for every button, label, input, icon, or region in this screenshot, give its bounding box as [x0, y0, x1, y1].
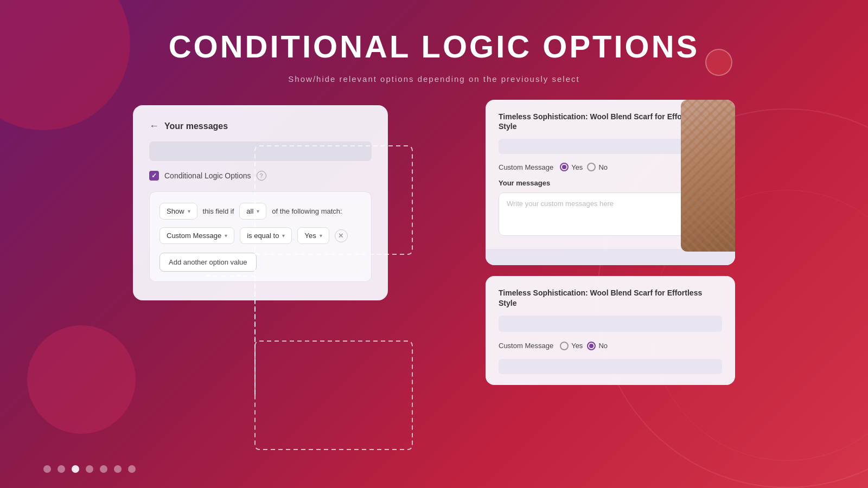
following-text: of the following match:	[272, 207, 342, 215]
top-yes-radio[interactable]: Yes	[560, 163, 583, 171]
content-area: ← Your messages Conditional Logic Option…	[0, 84, 868, 385]
value-arrow-icon: ▾	[320, 233, 322, 239]
bottom-no-radio-circle	[587, 342, 596, 350]
condition-box: Show ▾ this field if all ▾ of the follow…	[149, 191, 372, 282]
back-arrow-icon[interactable]: ←	[149, 120, 159, 132]
checkbox-row: Conditional Logic Options ?	[149, 171, 372, 181]
bottom-option-row: Custom Message Yes No	[499, 342, 722, 350]
page-title: CONDITIONAL LOGIC OPTIONS	[0, 28, 868, 65]
conditional-logic-checkbox[interactable]	[149, 171, 159, 181]
bottom-yes-radio-circle	[560, 342, 569, 350]
top-radio-group: Yes No	[560, 163, 608, 171]
page-header: CONDITIONAL LOGIC OPTIONS Show/hide rele…	[0, 0, 868, 84]
bottom-product-title: Timeless Sophistication: Wool Blend Scar…	[499, 288, 722, 307]
panel-title: Your messages	[164, 121, 228, 131]
all-arrow-icon: ▾	[257, 208, 259, 214]
bottom-yes-radio[interactable]: Yes	[560, 342, 583, 350]
bottom-card-bar-2	[499, 359, 722, 374]
top-product-card: Timeless Sophistication: Wool Blend Scar…	[486, 100, 735, 265]
remove-condition-button[interactable]: ✕	[335, 229, 348, 242]
scarf-texture	[681, 100, 735, 252]
bottom-card-bar	[499, 316, 722, 332]
dots-navigation	[43, 465, 136, 473]
value-dropdown[interactable]: Yes ▾	[297, 227, 329, 244]
condition-row-1: Show ▾ this field if all ▾ of the follow…	[159, 203, 361, 220]
search-bar[interactable]	[149, 142, 372, 161]
condition-row-2: Custom Message ▾ is equal to ▾ Yes ▾ ✕	[159, 227, 361, 244]
top-no-radio-circle	[587, 163, 596, 171]
top-yes-radio-circle	[560, 163, 569, 171]
page-subtitle: Show/hide relevant options depending on …	[0, 74, 868, 84]
operator-dropdown[interactable]: is equal to ▾	[240, 227, 292, 244]
dot-7[interactable]	[128, 465, 136, 473]
bottom-product-card: Timeless Sophistication: Wool Blend Scar…	[486, 276, 735, 384]
bottom-custom-message-label: Custom Message	[499, 342, 553, 350]
dot-2[interactable]	[58, 465, 65, 473]
show-arrow-icon: ▾	[188, 208, 190, 214]
show-label: Show	[167, 207, 184, 215]
bottom-no-label: No	[598, 342, 608, 350]
operator-arrow-icon: ▾	[282, 233, 285, 239]
top-right-decoration	[705, 49, 732, 76]
dot-4[interactable]	[86, 465, 93, 473]
all-label: all	[246, 207, 253, 215]
add-option-button[interactable]: Add another option value	[159, 253, 257, 272]
dot-3[interactable]	[72, 465, 79, 473]
help-icon[interactable]: ?	[257, 171, 266, 181]
all-dropdown[interactable]: all ▾	[239, 203, 266, 220]
field-label: Custom Message	[167, 232, 221, 240]
left-panel: ← Your messages Conditional Logic Option…	[133, 105, 388, 300]
top-custom-message-label: Custom Message	[499, 163, 553, 171]
svg-rect-1	[255, 341, 412, 450]
bottom-yes-label: Yes	[571, 342, 583, 350]
operator-label: is equal to	[247, 232, 279, 240]
field-arrow-icon: ▾	[225, 233, 227, 239]
right-panels: Timeless Sophistication: Wool Blend Scar…	[486, 100, 735, 385]
top-no-label: No	[598, 163, 608, 171]
top-no-radio[interactable]: No	[587, 163, 608, 171]
field-dropdown[interactable]: Custom Message ▾	[159, 227, 234, 244]
bottom-radio-group: Yes No	[560, 342, 608, 350]
dot-6[interactable]	[114, 465, 122, 473]
show-dropdown[interactable]: Show ▾	[159, 203, 197, 220]
value-label: Yes	[304, 232, 316, 240]
dot-1[interactable]	[43, 465, 51, 473]
bottom-no-radio[interactable]: No	[587, 342, 608, 350]
dot-5[interactable]	[100, 465, 107, 473]
top-yes-label: Yes	[571, 163, 583, 171]
scarf-image	[681, 100, 735, 252]
panel-header: ← Your messages	[149, 120, 372, 132]
this-field-text: this field if	[203, 207, 234, 215]
checkbox-label: Conditional Logic Options	[164, 171, 251, 180]
